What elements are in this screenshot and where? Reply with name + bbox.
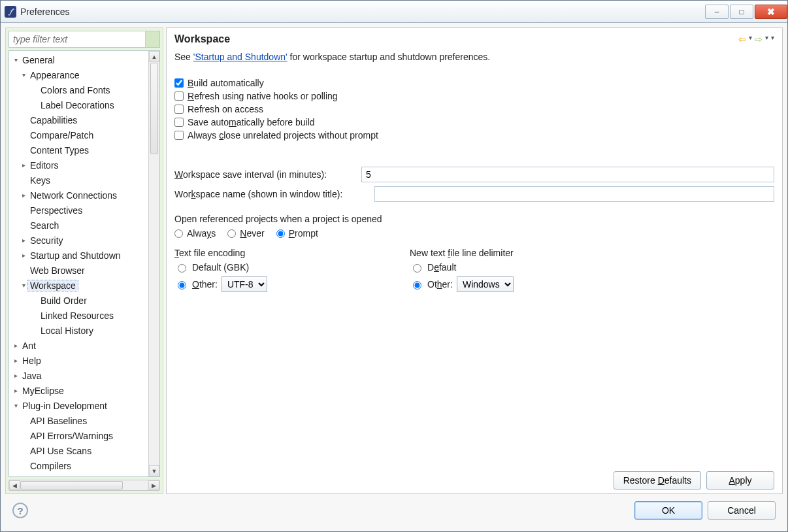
dialog-footer: ? OK Cancel [5,495,783,527]
expander-icon[interactable]: ▾ [12,56,20,63]
tree-scrollbar[interactable]: ▲ ▼ [148,51,159,476]
tree-item-perspectives[interactable]: Perspectives [27,205,85,216]
intro-text: See 'Startup and Shutdown' for workspace… [174,52,774,62]
save-interval-field[interactable] [361,167,774,182]
tree-item-api-baselines[interactable]: API Baselines [27,416,90,426]
expander-icon[interactable]: ▸ [12,372,20,379]
hscroll-thumb[interactable] [20,481,123,490]
delimiter-default-radio[interactable] [413,264,421,273]
back-menu-icon[interactable]: ▾ [749,34,752,44]
save-before-build-label: Save automatically before build [188,117,315,127]
refresh-access-label: Refresh on access [188,104,263,114]
workspace-name-label: Workspace name (shown in window title): [174,189,370,199]
minimize-button[interactable]: – [705,5,729,19]
tree-item-java[interactable]: Java [20,371,44,381]
tree-item-myeclipse[interactable]: MyEclipse [20,386,67,396]
open-referenced-title: Open referenced projects when a project … [174,214,774,224]
expander-icon[interactable]: ▸ [20,191,27,199]
tree-item-ant[interactable]: Ant [20,341,39,351]
encoding-other-select[interactable]: UTF-8 [222,276,267,292]
restore-defaults-button[interactable]: Restore Defaults [614,471,701,490]
page-menu-icon[interactable]: ▾ [771,34,774,44]
open-ref-prompt[interactable]: Prompt [276,228,318,239]
preferences-tree[interactable]: ▾General ▾Appearance ·Colors and Fonts ·… [9,51,148,476]
tree-item-appearance[interactable]: Appearance [27,70,82,80]
cancel-button[interactable]: Cancel [708,501,776,520]
tree-item-search[interactable]: Search [27,220,61,231]
filter-field[interactable] [8,31,160,48]
close-unrelated-label: Always close unrelated projects without … [188,130,378,141]
ok-button[interactable]: OK [634,501,702,520]
preferences-sidebar: ▾General ▾Appearance ·Colors and Fonts ·… [5,27,163,494]
delimiter-default-label: Default [427,262,456,273]
forward-arrow-icon[interactable]: ⇨ [755,34,763,44]
refresh-native-checkbox[interactable] [174,91,184,101]
tree-item-api-errors[interactable]: API Errors/Warnings [27,431,116,441]
tree-item-local-history[interactable]: Local History [38,325,96,336]
maximize-button[interactable]: □ [730,5,753,19]
tree-hscrollbar[interactable]: ◀ ▶ [8,480,160,491]
preferences-window: 𝑓 Preferences – □ ✖ [0,0,788,532]
help-icon[interactable]: ? [12,503,28,518]
workspace-name-field[interactable] [374,186,774,202]
expander-icon[interactable]: ▸ [20,161,27,169]
tree-item-capabilities[interactable]: Capabilities [27,115,80,125]
expander-icon[interactable]: ▾ [20,71,27,78]
tree-item-general[interactable]: General [20,55,57,65]
tree-item-api-use-scans[interactable]: API Use Scans [27,446,94,456]
scroll-up-icon[interactable]: ▲ [149,51,159,62]
tree-item-content-types[interactable]: Content Types [27,145,91,156]
text-encoding-group: Text file encoding Default (GBK) Other: … [174,248,384,296]
tree-item-compare-patch[interactable]: Compare/Patch [27,130,96,141]
titlebar: 𝑓 Preferences – □ ✖ [1,1,787,23]
tree-item-compilers[interactable]: Compilers [27,461,74,471]
close-button[interactable]: ✖ [755,5,787,19]
tree-item-editors[interactable]: Editors [27,160,61,171]
delimiter-other-select[interactable]: Windows [457,276,514,292]
line-delimiter-group: New text file line delimiter Default Oth… [410,248,619,296]
expander-icon[interactable]: ▾ [12,402,20,409]
tree-item-security[interactable]: Security [27,235,66,246]
tree-item-help[interactable]: Help [20,356,44,366]
apply-button[interactable]: Apply [706,471,774,490]
encoding-other-radio[interactable] [178,281,186,290]
page-title: Workspace [174,33,230,45]
filter-input[interactable] [9,31,145,47]
expander-icon[interactable]: ▸ [12,342,20,349]
tree-item-keys[interactable]: Keys [27,175,53,186]
tree-item-plugin-development[interactable]: Plug-in Development [20,401,110,411]
save-interval-label: Workspace save interval (in minutes): [174,169,357,180]
expander-icon[interactable]: ▸ [12,357,20,364]
scroll-right-icon[interactable]: ▶ [148,480,159,490]
encoding-default-label: Default (GBK) [192,262,249,273]
expander-icon[interactable]: ▸ [20,252,27,259]
open-ref-never[interactable]: Never [227,228,264,239]
window-title: Preferences [20,7,69,17]
forward-menu-icon[interactable]: ▾ [765,34,768,44]
expander-icon[interactable]: ▾ [20,282,27,289]
tree-item-linked-resources[interactable]: Linked Resources [38,310,116,321]
tree-item-build-order[interactable]: Build Order [38,295,90,306]
tree-item-label-decorations[interactable]: Label Decorations [38,100,117,110]
expander-icon[interactable]: ▸ [12,387,20,394]
startup-shutdown-link[interactable]: 'Startup and Shutdown' [193,52,287,62]
tree-item-workspace[interactable]: Workspace [27,280,78,291]
tree-item-colors-fonts[interactable]: Colors and Fonts [38,85,113,95]
tree-item-startup-shutdown[interactable]: Startup and Shutdown [27,250,123,261]
scroll-down-icon[interactable]: ▼ [149,465,159,476]
tree-item-network-connections[interactable]: Network Connections [27,190,120,201]
filter-clear-button[interactable] [145,31,159,47]
encoding-default-radio[interactable] [178,264,186,273]
scroll-thumb[interactable] [150,63,158,154]
scroll-left-icon[interactable]: ◀ [9,480,20,490]
expander-icon[interactable]: ▸ [20,237,27,244]
open-ref-always[interactable]: Always [174,228,216,239]
save-before-build-checkbox[interactable] [174,118,184,127]
back-arrow-icon[interactable]: ⇦ [738,34,746,44]
refresh-native-label: Refresh using native hooks or polling [188,91,338,101]
refresh-access-checkbox[interactable] [174,105,184,114]
tree-item-web-browser[interactable]: Web Browser [27,265,88,276]
close-unrelated-checkbox[interactable] [174,131,184,140]
build-automatically-checkbox[interactable] [174,78,184,88]
delimiter-other-radio[interactable] [413,281,421,290]
